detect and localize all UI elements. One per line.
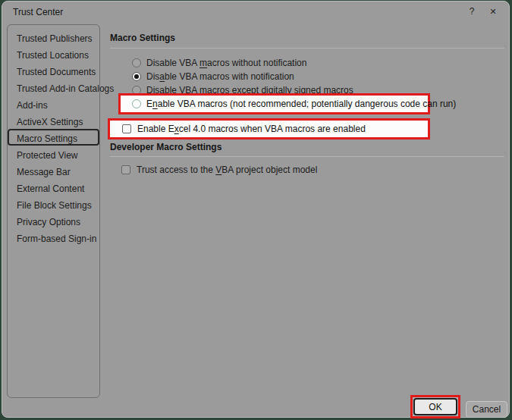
sidebar-item-file-block-settings[interactable]: File Block Settings bbox=[8, 196, 99, 212]
separator bbox=[110, 156, 504, 157]
radio-label: Disable VBA macros without notification bbox=[146, 58, 306, 68]
checkbox-icon bbox=[122, 124, 131, 133]
checkbox-trust-vba-access[interactable]: Trust access to the VBA project object m… bbox=[121, 163, 317, 176]
radio-selected-icon bbox=[132, 72, 141, 81]
macro-settings-heading: Macro Settings bbox=[110, 33, 175, 43]
radio-enable-vba-macros[interactable]: Enable VBA macros (not recommended; pote… bbox=[132, 99, 456, 109]
sidebar-item-trusted-addin-catalogs[interactable]: Trusted Add-in Catalogs bbox=[8, 79, 99, 96]
sidebar-item-external-content[interactable]: External Content bbox=[8, 179, 99, 196]
sidebar-item-trusted-documents[interactable]: Trusted Documents bbox=[8, 62, 99, 79]
trust-center-dialog: Trust Center ? ✕ Trusted Publishers Trus… bbox=[2, 1, 510, 418]
sidebar: Trusted Publishers Trusted Locations Tru… bbox=[7, 24, 100, 398]
radio-label: Disable VBA macros with notification bbox=[146, 71, 294, 82]
checkbox-icon bbox=[121, 165, 130, 174]
checkbox-label: Enable Excel 4.0 macros when VBA macros … bbox=[137, 124, 366, 134]
close-icon[interactable]: ✕ bbox=[485, 5, 501, 19]
radio-disable-vba-without-notification[interactable]: Disable VBA macros without notification bbox=[132, 56, 306, 69]
sidebar-item-trusted-publishers[interactable]: Trusted Publishers bbox=[8, 29, 99, 45]
ok-button[interactable]: OK bbox=[413, 398, 457, 415]
radio-disable-vba-with-notification[interactable]: Disable VBA macros with notification bbox=[132, 70, 294, 83]
radio-icon bbox=[132, 58, 141, 67]
sidebar-item-form-based-signin[interactable]: Form-based Sign-in bbox=[8, 229, 99, 246]
radio-icon bbox=[132, 99, 141, 108]
dialog-title: Trust Center bbox=[13, 7, 63, 17]
checkbox-label: Trust access to the VBA project object m… bbox=[137, 165, 317, 175]
sidebar-item-addins[interactable]: Add-ins bbox=[8, 96, 99, 112]
sidebar-item-macro-settings[interactable]: Macro Settings bbox=[8, 129, 99, 146]
sidebar-item-privacy-options[interactable]: Privacy Options bbox=[8, 212, 99, 229]
developer-macro-settings-heading: Developer Macro Settings bbox=[110, 142, 221, 152]
cancel-button[interactable]: Cancel bbox=[466, 401, 507, 418]
help-icon[interactable]: ? bbox=[463, 5, 480, 19]
checkbox-enable-excel4-macros[interactable]: Enable Excel 4.0 macros when VBA macros … bbox=[122, 124, 366, 134]
sidebar-item-message-bar[interactable]: Message Bar bbox=[8, 162, 99, 179]
sidebar-item-activex-settings[interactable]: ActiveX Settings bbox=[8, 112, 99, 129]
separator bbox=[110, 48, 504, 49]
sidebar-item-trusted-locations[interactable]: Trusted Locations bbox=[8, 45, 99, 62]
sidebar-item-protected-view[interactable]: Protected View bbox=[8, 146, 99, 162]
radio-label: Enable VBA macros (not recommended; pote… bbox=[146, 99, 456, 109]
highlight-box-ok: OK bbox=[410, 395, 460, 418]
highlight-box-enable-excel4-macros: Enable Excel 4.0 macros when VBA macros … bbox=[108, 118, 430, 139]
highlight-box-enable-vba-macros: Enable VBA macros (not recommended; pote… bbox=[118, 93, 430, 114]
